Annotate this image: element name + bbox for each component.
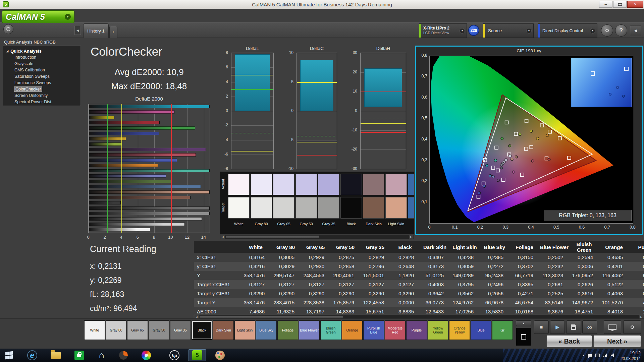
gridline xyxy=(361,111,406,111)
sidebar-item-screen-uniformity[interactable]: Screen Uniformity xyxy=(3,93,80,99)
deltal-y-axis: 86420-2-4-6-8 xyxy=(216,53,230,169)
collapse-sidebar-button[interactable]: ◀ xyxy=(74,26,81,35)
sidebar-item-introduction[interactable]: Introduction xyxy=(3,54,80,61)
network-icon[interactable] xyxy=(603,354,607,357)
reading-cdm2: cd/m²: 96,494 xyxy=(90,301,156,315)
sidebar-item-luminance-sweeps[interactable]: Luminance Sweeps xyxy=(3,80,80,86)
scrollbar-thumb[interactable] xyxy=(225,235,319,238)
tab-history-1[interactable]: History 1 xyxy=(83,23,109,38)
tray-app-icon[interactable] xyxy=(595,354,600,357)
play-button[interactable]: ▶ xyxy=(550,320,565,334)
y-tick-label: 0,6 xyxy=(415,95,427,100)
taskbar-item-hp[interactable]: hp xyxy=(166,349,183,361)
save-button[interactable] xyxy=(566,320,581,334)
tray-expand-icon[interactable]: ▲ xyxy=(582,354,585,357)
chevron-down-icon[interactable]: ▼ xyxy=(526,28,532,34)
minimize-button[interactable]: – xyxy=(599,1,612,8)
taskbar-item-paint-app[interactable] xyxy=(211,349,229,361)
patch-button-orange[interactable]: Orange xyxy=(342,320,363,340)
chevron-down-icon[interactable]: ▼ xyxy=(590,28,595,34)
maximize-button[interactable] xyxy=(613,1,627,8)
patch-button-yellow-green[interactable]: Yellow Green xyxy=(428,320,448,340)
sidebar-item-spectral-power-dist[interactable]: Spectral Power Dist. xyxy=(3,99,80,105)
row-label: Target Y xyxy=(194,298,241,307)
show-desktop-button[interactable] xyxy=(642,349,644,362)
patch-button-blue-sky[interactable]: Blue Sky xyxy=(256,320,277,340)
help-button[interactable]: ? xyxy=(615,24,627,37)
x-tick-label: 8 xyxy=(153,235,155,240)
action-center-icon[interactable] xyxy=(589,354,592,357)
table-cell: 0,2232 xyxy=(539,262,569,271)
patch-button-blue-flower[interactable]: Blue Flower xyxy=(299,320,320,340)
scroll-left-icon[interactable]: ◀ xyxy=(220,235,225,239)
patch-button-dark-skin[interactable]: Dark Skin xyxy=(213,320,234,340)
patch-button-gr[interactable]: Gr xyxy=(492,320,513,340)
patch-button-purple[interactable]: Purple xyxy=(406,320,427,340)
pattern-up-button[interactable]: ▲ xyxy=(516,320,531,326)
patch-button-bluish-green[interactable]: Bluish Green xyxy=(320,320,341,340)
patch-button-gray-50[interactable]: Gray 50 xyxy=(149,320,169,340)
patch-button-orange-yellow[interactable]: Orange Yellow xyxy=(449,320,470,340)
sidebar-item-cms-calibration[interactable]: CMS Calibration xyxy=(3,67,80,73)
column-header-blue-flower: Blue Flower xyxy=(539,241,569,253)
logo-text: CalMAN 5 xyxy=(6,12,45,22)
back-button[interactable]: « Back xyxy=(546,335,592,347)
patch-button-light-skin[interactable]: Light Skin xyxy=(234,320,255,340)
patch-button-moderate-red[interactable]: Moderate Red xyxy=(385,320,406,340)
taskbar-item-internet-explorer[interactable]: e xyxy=(23,349,41,361)
taskbar-clock[interactable]: 19:12 20.08.2014 xyxy=(621,350,641,361)
titlebar[interactable]: 5 CalMAN 5 CalMAN Ultimate for Business … xyxy=(0,0,644,9)
swatch-scrollbar[interactable]: ◀ ▶ xyxy=(220,235,414,239)
taskbar-item-calman-active[interactable]: 5 xyxy=(189,349,206,361)
table-cell: 15,6751 xyxy=(360,307,390,314)
volume-icon[interactable] xyxy=(611,353,615,357)
taskbar-item-color-app[interactable] xyxy=(138,349,155,361)
source-dropdown[interactable]: Source ▼ xyxy=(483,23,534,38)
taskbar-item-media-app[interactable] xyxy=(115,349,132,361)
workflow-home-button[interactable] xyxy=(3,24,13,34)
table-row-y-cie31: y: CIE310,32160,30290,29300,28580,27960,… xyxy=(194,262,644,271)
next-button[interactable]: Next » xyxy=(593,335,641,347)
cie-chart-panel[interactable]: CIE 1931 xy 0,80,70,60,50,40,30,20,1 RGB… xyxy=(415,46,643,235)
taskbar-item-home-app[interactable]: ⌂ xyxy=(93,349,110,361)
chevron-down-icon[interactable]: ▼ xyxy=(65,14,71,20)
patch-button-purplish-blue[interactable]: Purplish Blue xyxy=(363,320,384,340)
patch-button-foliage[interactable]: Foliage xyxy=(277,320,298,340)
sidebar-item-colorchecker[interactable]: ColorChecker xyxy=(3,86,80,93)
scrollbar-thumb[interactable] xyxy=(199,315,343,318)
row-label: x: CIE31 xyxy=(194,253,241,262)
meter-count-badge[interactable]: 228 xyxy=(468,25,479,36)
start-button[interactable] xyxy=(0,349,18,362)
collapse-panel-button[interactable]: ◀ xyxy=(630,25,641,36)
stop-button[interactable]: ■ xyxy=(534,320,549,334)
meter-dropdown[interactable]: X-Rite i1Pro 2 LCD Direct View ▼ xyxy=(419,23,467,38)
patch-button-gray-65[interactable]: Gray 65 xyxy=(127,320,148,340)
add-tab-button[interactable]: + xyxy=(109,26,117,38)
patch-button-gray-80[interactable]: Gray 80 xyxy=(106,320,126,340)
pattern-settings-button[interactable] xyxy=(623,320,641,334)
deltae-bar-blue-flower xyxy=(89,174,166,178)
tree-root-quick-analysis[interactable]: ◢ Quick Analysis xyxy=(3,48,80,54)
patch-button-blue[interactable]: Blue xyxy=(471,320,491,340)
patch-button-white[interactable]: White xyxy=(84,320,105,340)
close-button[interactable]: × xyxy=(627,1,643,8)
sidebar-item-saturation-sweeps[interactable]: Saturation Sweeps xyxy=(3,73,80,80)
display-window-button[interactable] xyxy=(604,320,621,334)
taskbar-item-store[interactable] xyxy=(70,349,88,361)
reference-line xyxy=(361,92,406,92)
settings-button[interactable] xyxy=(601,24,613,37)
sidebar-item-grayscale[interactable]: Grayscale xyxy=(3,61,80,67)
display-control-dropdown[interactable]: Direct Display Control ▼ xyxy=(538,23,597,38)
taskbar-item-file-explorer[interactable] xyxy=(47,349,64,361)
table-cell: 0,3150 xyxy=(509,253,539,262)
calman-logo[interactable]: CalMAN 5 ▼ xyxy=(2,10,74,23)
table-cell: 0,3238 xyxy=(450,253,480,262)
patch-button-black[interactable]: Black xyxy=(192,320,212,340)
reading-x: x: 0,2131 xyxy=(90,259,156,273)
scroll-right-icon[interactable]: ▶ xyxy=(409,235,414,239)
chevron-down-icon[interactable]: ▼ xyxy=(460,28,465,34)
continuous-measure-button[interactable]: ∞ xyxy=(582,320,597,334)
table-row-target-x-cie31: Target x:CIE310,31270,31270,31270,31270,… xyxy=(194,280,644,289)
gear-icon xyxy=(631,325,634,329)
patch-button-gray-35[interactable]: Gray 35 xyxy=(170,320,191,340)
